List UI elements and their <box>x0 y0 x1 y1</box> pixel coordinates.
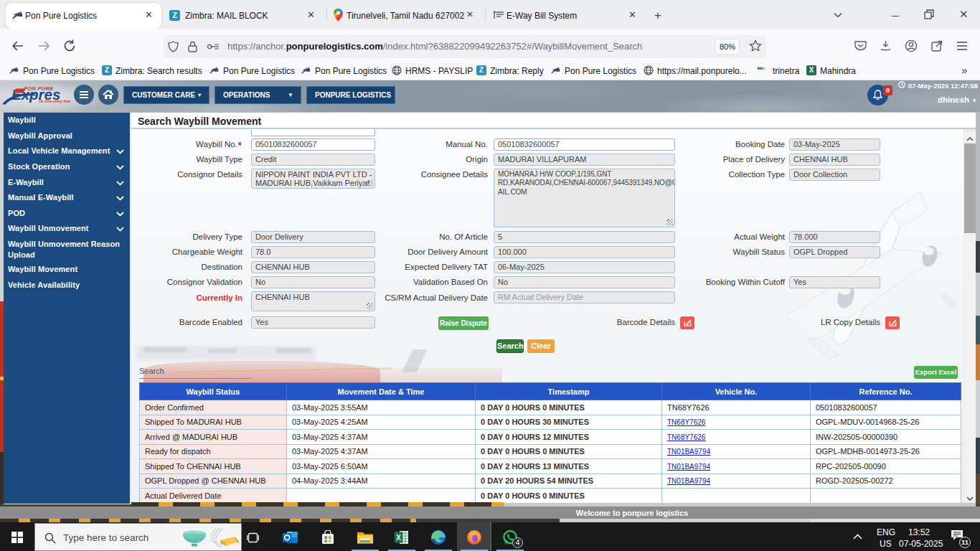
svg-text:X: X <box>396 534 401 542</box>
